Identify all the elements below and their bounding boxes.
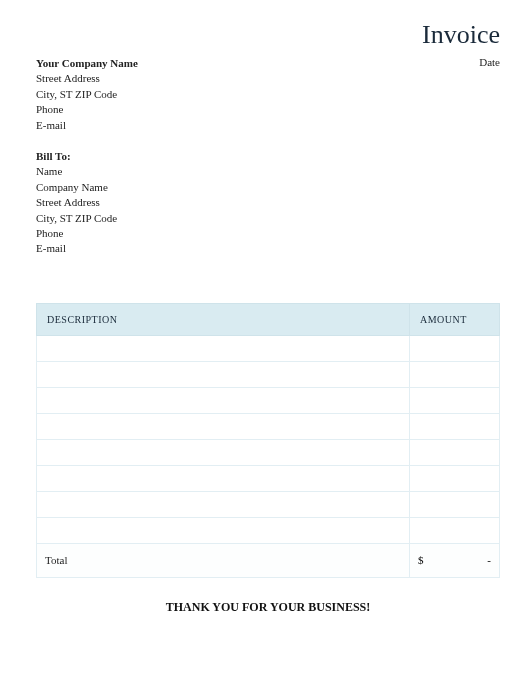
bill-to-company: Company Name (36, 180, 500, 195)
company-city-line: City, ST ZIP Code (36, 87, 138, 102)
invoice-table: DESCRIPTION AMOUNT Total $ - (36, 303, 500, 578)
total-row: Total $ - (37, 543, 500, 577)
company-block: Your Company Name Street Address City, S… (36, 56, 138, 133)
invoice-title: Invoice (422, 20, 500, 50)
cell-amount (410, 465, 500, 491)
company-name: Your Company Name (36, 56, 138, 71)
cell-amount (410, 361, 500, 387)
bill-to-city-line: City, ST ZIP Code (36, 211, 500, 226)
footer-message: THANK YOU FOR YOUR BUSINESS! (36, 600, 500, 615)
cell-description (37, 413, 410, 439)
cell-amount (410, 517, 500, 543)
cell-description (37, 361, 410, 387)
bill-to-phone: Phone (36, 226, 500, 241)
date-label: Date (479, 56, 500, 68)
company-street: Street Address (36, 71, 138, 86)
table-row (37, 517, 500, 543)
total-value: - (487, 554, 491, 566)
cell-description (37, 335, 410, 361)
cell-description (37, 439, 410, 465)
total-label: Total (37, 543, 410, 577)
company-email: E-mail (36, 118, 138, 133)
table-row (37, 439, 500, 465)
bill-to-street: Street Address (36, 195, 500, 210)
cell-amount (410, 335, 500, 361)
table-row (37, 491, 500, 517)
total-amount: $ - (410, 543, 500, 577)
bill-to-name: Name (36, 164, 500, 179)
bill-to-label: Bill To: (36, 149, 500, 164)
cell-description (37, 517, 410, 543)
bill-to-email: E-mail (36, 241, 500, 256)
cell-description (37, 465, 410, 491)
table-row (37, 413, 500, 439)
table-row (37, 387, 500, 413)
table-row (37, 465, 500, 491)
cell-amount (410, 387, 500, 413)
table-row (37, 335, 500, 361)
cell-amount (410, 413, 500, 439)
company-phone: Phone (36, 102, 138, 117)
cell-amount (410, 439, 500, 465)
bill-to-block: Bill To: Name Company Name Street Addres… (36, 149, 500, 257)
header-description: DESCRIPTION (37, 303, 410, 335)
cell-description (37, 491, 410, 517)
cell-amount (410, 491, 500, 517)
table-row (37, 361, 500, 387)
cell-description (37, 387, 410, 413)
header-amount: AMOUNT (410, 303, 500, 335)
total-currency: $ (418, 554, 424, 566)
